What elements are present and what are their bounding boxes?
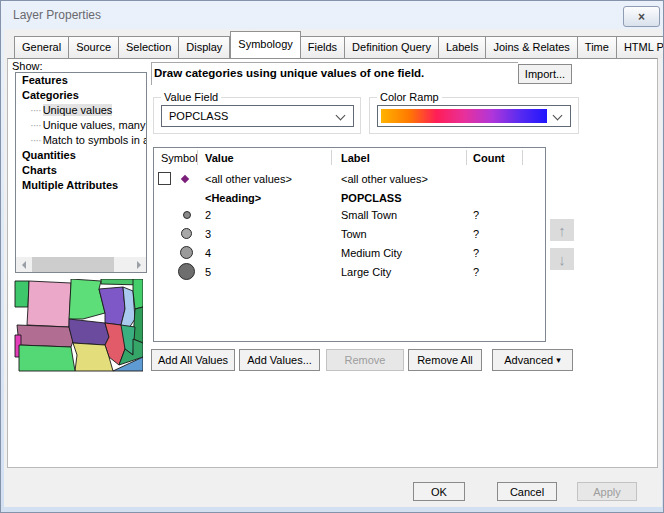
show-list-hscrollbar[interactable]: [16, 257, 146, 272]
close-button[interactable]: ×: [623, 6, 660, 27]
row-value[interactable]: <all other values>: [205, 173, 292, 185]
close-icon: ×: [638, 10, 645, 24]
tab-symbology[interactable]: Symbology: [230, 31, 300, 58]
remove-all-button[interactable]: Remove All: [408, 349, 482, 371]
row-value[interactable]: 3: [205, 228, 211, 240]
show-item-features[interactable]: Features: [16, 73, 146, 88]
tab-time[interactable]: Time: [578, 36, 617, 58]
value-field-value: POPCLASS: [169, 110, 228, 122]
caret-down-icon: ▾: [556, 355, 561, 365]
show-item-quantities[interactable]: Quantities: [16, 148, 146, 163]
layer-properties-dialog: Layer Properties × General Source Select…: [0, 0, 664, 513]
row-value[interactable]: 5: [205, 266, 211, 278]
tab-selection[interactable]: Selection: [119, 36, 179, 58]
show-list[interactable]: Features Categories ····Unique values ··…: [15, 72, 147, 273]
scrollbar-thumb[interactable]: [32, 257, 114, 272]
arrow-up-icon: ↑: [558, 222, 566, 239]
tree-leader-icon: ····: [30, 134, 41, 146]
color-ramp-gradient: [381, 109, 547, 123]
import-button[interactable]: Import...: [518, 64, 572, 84]
window-title: Layer Properties: [13, 8, 101, 22]
tab-html-popup[interactable]: HTML Popup: [617, 36, 664, 58]
tree-leader-icon: ····: [30, 119, 41, 131]
color-ramp-label: Color Ramp: [377, 91, 442, 103]
tab-strip: General Source Selection Display Symbolo…: [14, 36, 664, 58]
all-other-values-checkbox[interactable]: [158, 172, 171, 185]
row-value[interactable]: <Heading>: [205, 192, 261, 204]
color-ramp-dropdown[interactable]: [377, 105, 571, 127]
show-item-categories[interactable]: Categories: [16, 88, 146, 103]
col-label: Label: [341, 152, 370, 164]
row-label[interactable]: POPCLASS: [341, 192, 402, 204]
tab-joins-relates[interactable]: Joins & Relates: [486, 36, 577, 58]
layer-preview-map: [13, 279, 143, 374]
col-symbol: Symbol: [161, 152, 198, 164]
show-item-multiple-attributes[interactable]: Multiple Attributes: [16, 178, 146, 193]
row-label[interactable]: Large City: [341, 266, 391, 278]
scroll-right-icon[interactable]: [131, 257, 146, 272]
value-field-label: Value Field: [161, 91, 221, 103]
row-label[interactable]: <all other values>: [341, 173, 428, 185]
advanced-button[interactable]: Advanced ▾: [492, 349, 573, 371]
row-value[interactable]: 4: [205, 247, 211, 259]
move-down-button[interactable]: ↓: [550, 248, 574, 270]
apply-button: Apply: [577, 482, 637, 501]
row-count: ?: [473, 266, 479, 278]
row-value[interactable]: 2: [205, 209, 211, 221]
gray-circle-symbol[interactable]: [180, 246, 193, 259]
move-up-button[interactable]: ↑: [550, 219, 574, 241]
add-values-button[interactable]: Add Values...: [239, 349, 320, 371]
show-item-unique-values-many[interactable]: ····Unique values, many: [16, 118, 146, 133]
tab-source[interactable]: Source: [69, 36, 119, 58]
tab-definition-query[interactable]: Definition Query: [345, 36, 439, 58]
chevron-down-icon: [336, 111, 346, 121]
gray-circle-symbol[interactable]: [178, 263, 195, 280]
show-item-charts[interactable]: Charts: [16, 163, 146, 178]
show-label: Show:: [12, 60, 43, 72]
row-count: ?: [473, 209, 479, 221]
ok-button[interactable]: OK: [413, 482, 465, 501]
col-value: Value: [205, 152, 234, 164]
remove-button: Remove: [326, 349, 404, 371]
tab-general[interactable]: General: [14, 36, 69, 58]
row-label[interactable]: Medium City: [341, 247, 402, 259]
col-count: Count: [473, 152, 505, 164]
method-description: Draw categories using unique values of o…: [154, 67, 424, 79]
show-item-unique-values[interactable]: ····Unique values: [16, 103, 146, 118]
tree-leader-icon: ····: [30, 104, 41, 116]
row-label[interactable]: Town: [341, 228, 367, 240]
cancel-button[interactable]: Cancel: [497, 482, 557, 501]
chevron-down-icon: [553, 111, 563, 121]
tab-labels[interactable]: Labels: [439, 36, 486, 58]
tab-display[interactable]: Display: [179, 36, 230, 58]
value-field-dropdown[interactable]: POPCLASS: [161, 105, 354, 127]
row-count: ?: [473, 228, 479, 240]
scroll-left-icon[interactable]: [16, 257, 31, 272]
gray-circle-symbol[interactable]: [183, 211, 191, 219]
row-count: ?: [473, 247, 479, 259]
add-all-values-button[interactable]: Add All Values: [151, 349, 235, 371]
arrow-down-icon: ↓: [558, 251, 566, 268]
title-bar[interactable]: Layer Properties ×: [1, 1, 663, 29]
tab-fields[interactable]: Fields: [301, 36, 345, 58]
row-label[interactable]: Small Town: [341, 209, 397, 221]
show-item-match-symbols[interactable]: ····Match to symbols in a: [16, 133, 146, 148]
gray-circle-symbol[interactable]: [181, 228, 192, 239]
